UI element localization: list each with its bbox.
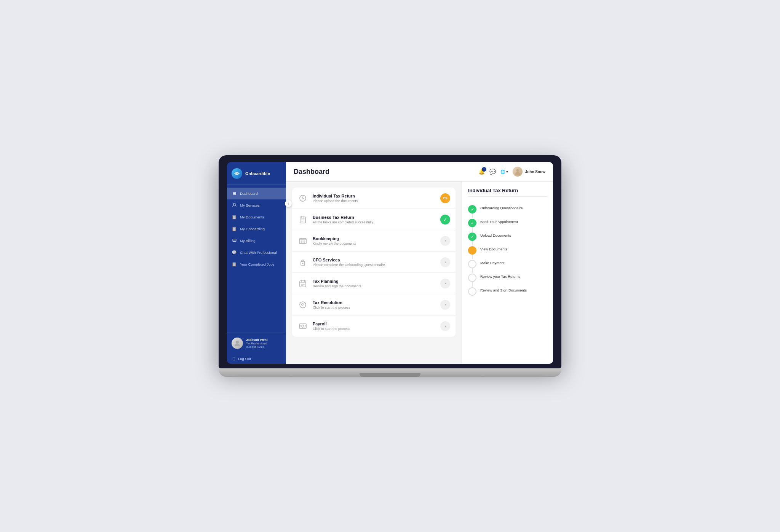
- profile-name: Jackson West: [246, 338, 281, 342]
- payroll-info: Payroll Click to start the process: [313, 322, 436, 331]
- sidebar-collapse-button[interactable]: ‹: [285, 200, 292, 207]
- svg-point-12: [301, 304, 302, 305]
- notification-button[interactable]: 🔔 2: [478, 169, 485, 175]
- logout-icon: ⬚: [232, 357, 235, 361]
- header: Dashboard 🔔 2 💬 🌐 ▾: [286, 162, 553, 182]
- timeline-label-sign: Review and Sign Documents: [480, 287, 527, 293]
- cfo-info: CFO Services Please complete the Onboard…: [313, 258, 436, 267]
- svg-point-3: [236, 341, 239, 344]
- individual-tax-icon: [297, 193, 308, 204]
- page-title: Dashboard: [294, 168, 329, 176]
- tax-resolution-title: Tax Resolution: [313, 300, 436, 305]
- sidebar-item-my-documents[interactable]: 📋 My Documents: [227, 211, 286, 223]
- service-business-tax[interactable]: Business Tax Return All the tasks are co…: [292, 209, 456, 230]
- body-area: Individual Tax Return Please upload the …: [286, 182, 553, 364]
- sidebar-item-label: Your Completed Jobs: [240, 262, 274, 266]
- timeline-dot-sign: [468, 287, 476, 296]
- profile-info: Jackson West Tax Professional 888-565-02…: [246, 338, 281, 349]
- service-individual-tax[interactable]: Individual Tax Return Please upload the …: [292, 188, 456, 209]
- timeline-dot-view: [468, 246, 476, 255]
- tax-planning-subtitle: Review and sign the documents: [313, 284, 436, 288]
- service-tax-resolution[interactable]: Tax Resolution Click to start the proces…: [292, 294, 456, 315]
- timeline-item-view: View Documents: [468, 243, 547, 257]
- sidebar-item-label: My Onboarding: [240, 227, 265, 231]
- main-content: Dashboard 🔔 2 💬 🌐 ▾: [286, 162, 553, 364]
- detail-title: Individual Tax Return: [468, 188, 547, 197]
- svg-point-13: [304, 304, 304, 305]
- sidebar-item-my-onboarding[interactable]: 📋 My Onboarding: [227, 223, 286, 235]
- tax-planning-icon: [297, 278, 308, 289]
- sidebar-item-dashboard[interactable]: ⊞ Dashboard: [227, 188, 286, 199]
- sidebar-item-chat[interactable]: 💬 Chat With Professional: [227, 247, 286, 258]
- timeline-label-upload: Upload Documents: [480, 232, 511, 238]
- timeline-dot-review-tax: [468, 274, 476, 282]
- tax-planning-badge: ›: [440, 279, 450, 288]
- svg-point-15: [302, 325, 304, 327]
- svg-point-4: [516, 169, 519, 172]
- bookkeeping-title: Bookkeeping: [313, 236, 436, 241]
- header-actions: 🔔 2 💬 🌐 ▾: [478, 167, 545, 177]
- my-onboarding-icon: 📋: [232, 226, 237, 231]
- timeline-dot-upload: ✓: [468, 233, 476, 241]
- payroll-icon: [297, 321, 308, 331]
- sidebar: ‹ Onboardible ⊞ Dashboard: [227, 162, 286, 364]
- user-info[interactable]: John Snow: [513, 167, 545, 177]
- service-cfo[interactable]: CFO Services Please complete the Onboard…: [292, 252, 456, 273]
- svg-point-9: [302, 263, 304, 264]
- svg-rect-10: [300, 281, 306, 287]
- tax-resolution-subtitle: Click to start the process: [313, 306, 436, 309]
- my-billing-icon: [232, 238, 237, 243]
- timeline-label-payment: Make Payment: [480, 259, 504, 265]
- sidebar-item-completed-jobs[interactable]: 📋 Your Completed Jobs: [227, 258, 286, 270]
- svg-rect-14: [299, 324, 306, 328]
- sidebar-item-label: Chat With Professional: [240, 250, 277, 255]
- timeline-item-appointment: ✓ Book Your Appointment: [468, 216, 547, 229]
- tax-resolution-icon: [297, 299, 308, 310]
- cfo-subtitle: Please complete the Onboarding Questionn…: [313, 263, 436, 267]
- language-selector[interactable]: 🌐 ▾: [500, 170, 508, 174]
- message-button[interactable]: 💬: [489, 169, 496, 175]
- sidebar-item-my-services[interactable]: My Services: [227, 199, 286, 211]
- timeline: ✓ Onboarding Questionnaire ✓ Book Your A…: [468, 202, 547, 298]
- timeline-item-sign: Review and Sign Documents: [468, 284, 547, 298]
- bookkeeping-subtitle: Kindly review the documents: [313, 242, 436, 245]
- timeline-dot-payment: [468, 260, 476, 268]
- timeline-label-review-tax: Review your Tax Returns: [480, 273, 520, 279]
- sidebar-item-label: My Services: [240, 203, 260, 207]
- profile-avatar: [232, 338, 243, 349]
- cfo-icon: [297, 257, 308, 268]
- individual-tax-subtitle: Please upload the documents: [313, 199, 436, 203]
- business-tax-badge: ✓: [440, 215, 450, 225]
- tax-resolution-badge: ›: [440, 300, 450, 310]
- sidebar-item-my-billing[interactable]: My Billing: [227, 235, 286, 247]
- tax-resolution-info: Tax Resolution Click to start the proces…: [313, 300, 436, 309]
- services-card: Individual Tax Return Please upload the …: [292, 188, 456, 337]
- bookkeeping-info: Bookkeeping Kindly review the documents: [313, 236, 436, 245]
- business-tax-title: Business Tax Return: [313, 215, 436, 220]
- laptop-screen: ‹ Onboardible ⊞ Dashboard: [219, 155, 561, 368]
- services-panel: Individual Tax Return Please upload the …: [286, 182, 462, 364]
- individual-tax-badge: 2%: [440, 193, 450, 203]
- svg-point-1: [233, 203, 235, 205]
- service-payroll[interactable]: Payroll Click to start the process ›: [292, 315, 456, 337]
- my-documents-icon: 📋: [232, 215, 237, 220]
- cfo-badge: ›: [440, 257, 450, 267]
- logo-text: Onboardible: [245, 171, 270, 176]
- payroll-subtitle: Click to start the process: [313, 327, 436, 331]
- business-tax-info: Business Tax Return All the tasks are co…: [313, 215, 436, 224]
- logo-icon: [232, 168, 242, 179]
- timeline-label-view: View Documents: [480, 245, 507, 252]
- service-tax-planning[interactable]: Tax Planning Review and sign the documen…: [292, 273, 456, 294]
- sidebar-item-label: My Billing: [240, 239, 256, 243]
- service-bookkeeping[interactable]: Bookkeeping Kindly review the documents …: [292, 230, 456, 252]
- user-avatar: [513, 167, 523, 177]
- timeline-dot-appointment: ✓: [468, 219, 476, 227]
- sidebar-item-label: Dashboard: [240, 191, 257, 196]
- cfo-title: CFO Services: [313, 258, 436, 262]
- logout-button[interactable]: ⬚ Log Out: [227, 354, 286, 364]
- sidebar-item-label: My Documents: [240, 215, 264, 219]
- svg-rect-7: [299, 239, 306, 244]
- lang-chevron: ▾: [506, 170, 508, 174]
- business-tax-subtitle: All the tasks are completed successfully: [313, 220, 436, 224]
- business-tax-icon: [297, 214, 308, 225]
